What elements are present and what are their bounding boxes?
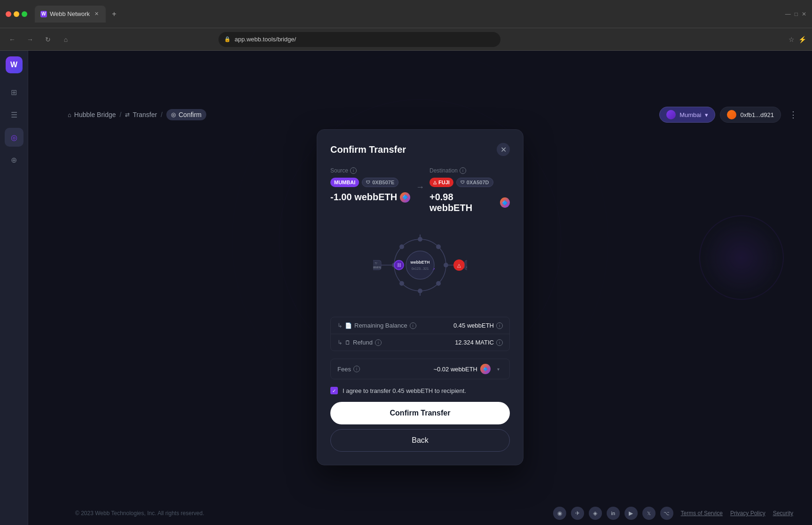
fees-token-icon: 🔷 — [480, 364, 491, 374]
destination-chain-badge: △ FUJI — [429, 178, 453, 187]
top-nav: ⌂ Hubble Bridge / ⇄ Transfer / ◎ Confirm… — [56, 102, 812, 128]
confirm-transfer-button[interactable]: Confirm Transfer — [330, 402, 510, 424]
confirm-breadcrumb-icon: ◎ — [171, 111, 176, 118]
social-icon-telegram[interactable]: ✈ — [571, 507, 584, 520]
url-display: app.webb.tools/bridge/ — [234, 36, 296, 43]
destination-chain-badges: △ FUJI 🛡 0XA507D — [429, 178, 510, 187]
tab-close-btn[interactable]: ✕ — [93, 10, 100, 18]
social-icon-discord[interactable]: ◈ — [589, 507, 602, 520]
network-viz-svg: webbETH 0x123...321 ↗ 🛡 0XB5B7E ⛓ — [373, 225, 467, 305]
forward-button[interactable]: → — [23, 33, 37, 46]
destination-contract-badge: 🛡 0XA507D — [456, 178, 493, 187]
sidebar-item-bridge[interactable]: ◎ — [5, 128, 23, 147]
arrow-right-2-icon: ↳ — [337, 339, 343, 346]
shield-icon-source: 🛡 — [366, 180, 370, 185]
fees-info-icon: i — [353, 366, 360, 372]
close-btn[interactable]: ✕ — [802, 11, 806, 17]
security-link[interactable]: Security — [773, 510, 793, 517]
footer-links: Terms of Service Privacy Policy Security — [681, 510, 793, 517]
page-footer: © 2023 Webb Technologies, Inc. All right… — [56, 501, 812, 525]
remaining-balance-value: 0.45 webbETH i — [453, 322, 503, 329]
star-button[interactable]: ☆ — [789, 36, 795, 43]
address-bar[interactable]: 🔒 app.webb.tools/bridge/ — [219, 32, 500, 47]
sidebar-item-grid[interactable]: ⊞ — [5, 83, 23, 102]
breadcrumb-confirm[interactable]: ◎ Confirm — [166, 109, 206, 120]
social-icon-github[interactable]: ⌥ — [660, 507, 673, 520]
fees-expand-button[interactable]: ▾ — [493, 364, 503, 374]
new-tab-button[interactable]: + — [108, 8, 121, 21]
remaining-balance-row: ↳ 📄 Remaining Balance i 0.45 webbETH i — [331, 317, 509, 334]
sidebar-item-apps[interactable]: ⊕ — [5, 150, 23, 169]
lock-icon: 🔒 — [224, 36, 231, 42]
transfer-direction-arrow: → — [411, 167, 429, 192]
svg-point-4 — [418, 237, 422, 242]
social-icon-twitter[interactable]: 𝕏 — [642, 507, 656, 520]
refund-value-info-icon: i — [496, 339, 503, 346]
transfer-breadcrumb-icon: ⇄ — [125, 111, 130, 118]
sidebar-logo: W — [6, 56, 23, 73]
source-contract-badge: 🛡 0XB507E — [362, 178, 398, 187]
home-breadcrumb-icon: ⌂ — [68, 111, 71, 118]
grid-icon: ⊞ — [11, 88, 17, 97]
apps-icon: ⊕ — [11, 156, 17, 165]
footer-right: ◉ ✈ ◈ in ▶ 𝕏 ⌥ Terms of Service Privacy … — [553, 507, 793, 520]
network-visualization: webbETH 0x123...321 ↗ 🛡 0XB5B7E ⛓ — [330, 223, 510, 307]
svg-rect-27 — [465, 260, 467, 270]
social-icon-linkedin[interactable]: in — [607, 507, 620, 520]
source-chain-badge: MUMBAI — [330, 178, 359, 187]
win-close-btn[interactable] — [6, 11, 11, 17]
agreement-checkbox[interactable]: ✓ — [330, 387, 338, 394]
refund-row: ↳ 🗒 Refund i 12.324 MATIC i — [331, 334, 509, 351]
win-min-btn[interactable] — [14, 11, 19, 17]
confirm-transfer-modal: Confirm Transfer ✕ Source i MUMBAI 🛡 0XB… — [317, 129, 523, 465]
refund-info-icon: i — [375, 339, 382, 346]
home-button[interactable]: ⌂ — [59, 33, 72, 46]
destination-amount: +0.98 webbETH 🔷 — [429, 192, 510, 213]
fees-value: ~0.02 webbETH 🔷 ▾ — [433, 364, 503, 374]
privacy-link[interactable]: Privacy Policy — [730, 510, 765, 517]
terms-link[interactable]: Terms of Service — [681, 510, 723, 517]
svg-text:0XB5B7E: 0XB5B7E — [373, 266, 382, 269]
social-icon-globe[interactable]: ◉ — [553, 507, 566, 520]
source-chain-badges: MUMBAI 🛡 0XB507E — [330, 178, 411, 187]
agreement-checkbox-row: ✓ I agree to transfer 0.45 webbETH to re… — [330, 387, 510, 394]
tab-title: Webb Network — [50, 10, 90, 17]
back-button[interactable]: ← — [6, 33, 19, 46]
win-max-btn[interactable] — [22, 11, 27, 17]
docs-icon: ☰ — [11, 110, 17, 119]
svg-text:🛡: 🛡 — [375, 262, 377, 265]
svg-point-7 — [436, 281, 441, 286]
destination-label: Destination i — [429, 167, 510, 174]
svg-text:△: △ — [457, 263, 461, 268]
source-side: Source i MUMBAI 🛡 0XB507E -1.00 webbETH … — [330, 167, 411, 203]
refund-value: 12.324 MATIC i — [455, 339, 503, 346]
footer-social-icons: ◉ ✈ ◈ in ▶ 𝕏 ⌥ — [553, 507, 673, 520]
extension-button[interactable]: ⚡ — [798, 36, 806, 43]
svg-point-9 — [399, 281, 404, 286]
back-button[interactable]: Back — [330, 429, 510, 452]
sidebar-item-docs[interactable]: ☰ — [5, 105, 23, 124]
refresh-button[interactable]: ↻ — [41, 33, 55, 46]
agreement-label: I agree to transfer 0.45 webbETH to reci… — [343, 387, 466, 394]
remaining-balance-value-info-icon: i — [496, 322, 503, 329]
source-info-icon: i — [350, 167, 357, 174]
minimize-btn[interactable]: — — [785, 11, 791, 17]
source-amount: -1.00 webbETH 🔷 — [330, 192, 411, 203]
more-options-button[interactable]: ⋮ — [786, 107, 801, 122]
wallet-address-button[interactable]: 0xfb1...d921 — [720, 107, 781, 123]
tab-bar: W Webb Network ✕ + — [35, 6, 778, 23]
modal-title: Confirm Transfer — [330, 144, 406, 155]
svg-point-11 — [399, 244, 404, 249]
breadcrumb-transfer[interactable]: ⇄ Transfer — [125, 111, 157, 118]
webb-token-icon-source: 🔷 — [400, 192, 410, 203]
source-label: Source i — [330, 167, 411, 174]
social-icon-youtube[interactable]: ▶ — [625, 507, 638, 520]
svg-point-14 — [406, 251, 434, 279]
wallet-icon: 🗒 — [345, 339, 351, 346]
active-tab[interactable]: W Webb Network ✕ — [35, 6, 106, 23]
network-selector-button[interactable]: Mumbai ▾ — [659, 107, 715, 123]
network-avatar — [666, 110, 676, 119]
restore-btn[interactable]: □ — [795, 11, 798, 17]
breadcrumb-home[interactable]: ⌂ Hubble Bridge — [68, 111, 116, 118]
modal-close-button[interactable]: ✕ — [497, 143, 510, 156]
